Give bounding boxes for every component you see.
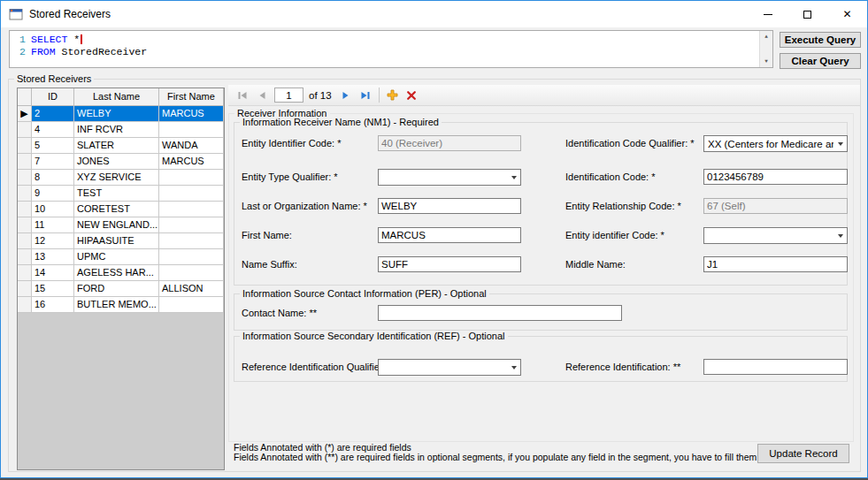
row-selector[interactable] [18, 233, 32, 249]
cell-last-name[interactable]: CORETEST [74, 202, 159, 217]
row-selector[interactable] [18, 217, 32, 233]
cell-last-name[interactable]: TEST [74, 186, 159, 202]
grid-row[interactable]: 8XYZ SERVICE [18, 170, 224, 186]
cell-id[interactable]: 16 [32, 297, 74, 313]
column-header-id[interactable]: ID [32, 88, 74, 106]
name-suffix-input[interactable] [378, 256, 521, 272]
cell-last-name[interactable]: AGELESS HAR... [74, 265, 159, 281]
last-or-organization-name-input[interactable] [378, 198, 521, 214]
move-first-button[interactable] [233, 87, 251, 104]
cell-last-name[interactable]: BUTLER MEMO... [74, 297, 159, 313]
row-selector[interactable]: ▶ [18, 106, 32, 122]
grid-row[interactable]: 13UPMC [18, 249, 224, 265]
entity-identifier-code-2-combo[interactable] [703, 227, 848, 244]
identification-code-qualifier-combo[interactable]: XX (Centers for Medicare and Medicaid [703, 135, 848, 152]
line-number: 1 [13, 34, 26, 45]
position-input[interactable] [274, 88, 303, 103]
move-next-button[interactable] [337, 87, 356, 104]
row-selector[interactable] [18, 249, 32, 265]
grid-row[interactable]: 15FORDALLISON [18, 281, 224, 297]
cell-last-name[interactable]: NEW ENGLAND... [74, 217, 159, 233]
cell-id[interactable]: 5 [32, 138, 74, 154]
column-header-first-name[interactable]: First Name [159, 88, 224, 106]
cell-last-name[interactable]: INF RCVR [74, 122, 159, 138]
delete-button[interactable] [403, 87, 421, 104]
move-last-button[interactable] [357, 87, 375, 104]
row-selector[interactable] [18, 154, 32, 170]
row-selector[interactable] [18, 265, 32, 281]
cell-first-name[interactable]: ALLISON [159, 281, 224, 297]
row-selector[interactable] [18, 186, 32, 202]
cell-first-name[interactable]: MARCUS [159, 154, 224, 170]
cell-last-name[interactable]: XYZ SERVICE [74, 170, 159, 186]
row-selector[interactable] [18, 170, 32, 186]
row-selector[interactable] [18, 138, 32, 154]
cell-last-name[interactable]: FORD [74, 281, 159, 297]
scroll-down-icon[interactable]: ▼ [760, 58, 772, 65]
cell-first-name[interactable] [159, 186, 224, 202]
grid-row[interactable]: 9TEST [18, 186, 224, 202]
first-name-input[interactable] [378, 227, 521, 243]
receivers-grid[interactable]: ID Last Name First Name ▶2WELBYMARCUS4IN… [17, 88, 225, 470]
cell-id[interactable]: 14 [32, 265, 74, 281]
add-new-button[interactable] [383, 87, 402, 104]
cell-first-name[interactable] [159, 122, 224, 138]
cell-first-name[interactable] [159, 265, 224, 281]
middle-name-input[interactable] [703, 256, 848, 272]
scroll-up-icon[interactable]: ▲ [760, 34, 772, 40]
reference-identification-input[interactable] [703, 359, 848, 375]
cell-last-name[interactable]: WELBY [74, 106, 159, 122]
cell-first-name[interactable] [159, 249, 224, 265]
contact-name-input[interactable] [378, 305, 622, 321]
cell-id[interactable]: 9 [32, 186, 74, 202]
row-selector[interactable] [18, 297, 32, 313]
cell-id[interactable]: 13 [32, 249, 74, 265]
entity-type-qualifier-combo[interactable] [378, 169, 521, 186]
grid-row[interactable]: 5SLATERWANDA [18, 138, 224, 154]
cell-first-name[interactable] [159, 297, 224, 313]
cell-first-name[interactable] [159, 217, 224, 233]
cell-id[interactable]: 4 [32, 122, 74, 138]
cell-first-name[interactable] [159, 202, 224, 217]
reference-identification-qualifier-combo[interactable] [378, 359, 521, 376]
cell-id[interactable]: 2 [32, 106, 74, 122]
cell-id[interactable]: 7 [32, 154, 74, 170]
cell-last-name[interactable]: SLATER [74, 138, 159, 154]
row-selector[interactable] [18, 202, 32, 217]
column-header-last-name[interactable]: Last Name [74, 88, 159, 106]
query-editor-scrollbar[interactable]: ▲ ▼ [759, 31, 772, 67]
grid-row[interactable]: 14AGELESS HAR... [18, 265, 224, 281]
execute-query-button[interactable]: Execute Query [780, 32, 861, 48]
cell-first-name[interactable]: WANDA [159, 138, 224, 154]
title-bar[interactable]: Stored Receivers ✕ [1, 1, 867, 27]
minimize-button[interactable] [748, 1, 787, 27]
close-button[interactable]: ✕ [827, 1, 867, 27]
grid-row[interactable]: ▶2WELBYMARCUS [18, 106, 224, 122]
cell-id[interactable]: 10 [32, 202, 74, 217]
identification-code-input[interactable] [703, 169, 848, 185]
row-selector[interactable] [18, 122, 32, 138]
grid-row[interactable]: 7JONESMARCUS [18, 154, 224, 170]
grid-row[interactable]: 10CORETEST [18, 202, 224, 217]
move-previous-button[interactable] [252, 87, 271, 104]
cell-last-name[interactable]: HIPAASUITE [74, 233, 159, 249]
maximize-button[interactable] [787, 1, 827, 27]
query-editor[interactable]: 1SELECT * 2FROM StoredReceiver ▲ ▼ [9, 30, 773, 68]
cell-id[interactable]: 15 [32, 281, 74, 297]
update-record-button[interactable]: Update Record [757, 444, 849, 463]
clear-query-button[interactable]: Clear Query [780, 53, 861, 69]
cell-id[interactable]: 8 [32, 170, 74, 186]
grid-row[interactable]: 11NEW ENGLAND... [18, 217, 224, 233]
grid-row[interactable]: 16BUTLER MEMO... [18, 297, 224, 313]
cell-id[interactable]: 11 [32, 217, 74, 233]
cell-first-name[interactable] [159, 170, 224, 186]
cell-id[interactable]: 12 [32, 233, 74, 249]
grid-row[interactable]: 4INF RCVR [18, 122, 224, 138]
grid-row[interactable]: 12HIPAASUITE [18, 233, 224, 249]
cell-last-name[interactable]: UPMC [74, 249, 159, 265]
cell-first-name[interactable] [159, 233, 224, 249]
row-selector[interactable] [18, 281, 32, 297]
cell-last-name[interactable]: JONES [74, 154, 159, 170]
cell-first-name[interactable]: MARCUS [159, 106, 224, 122]
grid-corner-header[interactable] [18, 88, 32, 106]
